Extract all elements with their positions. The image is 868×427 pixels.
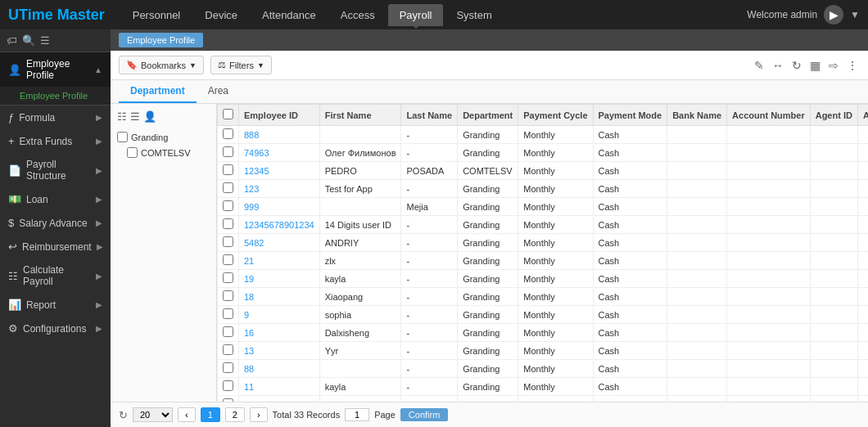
row-checkbox-13[interactable] bbox=[223, 362, 233, 373]
page-number-input[interactable] bbox=[345, 408, 369, 421]
employee-id-link-0[interactable]: 888 bbox=[244, 130, 259, 140]
tree-add-icon[interactable]: ☰ bbox=[130, 110, 140, 123]
row-checkbox-10[interactable] bbox=[223, 308, 233, 319]
row-checkbox-9[interactable] bbox=[223, 290, 233, 301]
user-avatar[interactable]: ▶ bbox=[824, 5, 843, 25]
tree-list-icon[interactable]: ☷ bbox=[117, 110, 127, 123]
tree-item-comtelsv[interactable]: COMTELSV bbox=[124, 145, 213, 160]
columns-icon[interactable]: ▦ bbox=[808, 57, 822, 74]
employee-id-link-2[interactable]: 12345 bbox=[244, 166, 269, 176]
employee-id-link-10[interactable]: 9 bbox=[244, 310, 249, 320]
dropdown-arrow[interactable]: ▼ bbox=[850, 9, 860, 20]
sidebar-item-reimbursement[interactable]: ↩ Reimbursement ▶ bbox=[0, 235, 111, 258]
row-checkbox-4[interactable] bbox=[223, 200, 233, 211]
sidebar-item-employee-profile[interactable]: 👤 Employee Profile ▲ bbox=[0, 52, 111, 87]
cell-payment-cycle-3: Monthly bbox=[518, 180, 593, 198]
page-size-select[interactable]: 20 50 100 bbox=[133, 407, 173, 422]
employee-id-link-13[interactable]: 88 bbox=[244, 364, 254, 374]
employee-id-link-7[interactable]: 21 bbox=[244, 256, 254, 266]
employee-id-link-4[interactable]: 999 bbox=[244, 202, 259, 212]
employee-id-link-5[interactable]: 12345678901234 bbox=[244, 220, 314, 230]
menu-icon[interactable]: ☰ bbox=[40, 34, 50, 47]
nav-attendance[interactable]: Attendance bbox=[251, 4, 328, 26]
employee-id-link-3[interactable]: 123 bbox=[244, 184, 259, 194]
tree-item-granding[interactable]: Granding bbox=[114, 129, 213, 145]
pagination-refresh-icon[interactable]: ↻ bbox=[119, 409, 128, 421]
nav-personnel[interactable]: Personnel bbox=[121, 4, 192, 26]
breadcrumb-tab[interactable]: Employee Profile bbox=[119, 33, 203, 47]
nav-system[interactable]: System bbox=[445, 4, 503, 26]
employee-id-link-1[interactable]: 74963 bbox=[244, 148, 269, 158]
sidebar-item-extra-funds[interactable]: + Extra Funds ▶ bbox=[0, 129, 111, 153]
sidebar-item-salary-advance[interactable]: $ Salary Advance ▶ bbox=[0, 211, 111, 235]
row-checkbox-14[interactable] bbox=[223, 380, 233, 391]
row-checkbox-6[interactable] bbox=[223, 236, 233, 247]
row-checkbox-3[interactable] bbox=[223, 182, 233, 193]
cell-first-name-15: xiaochen bbox=[319, 396, 401, 402]
bookmarks-button[interactable]: 🔖 Bookmarks ▼ bbox=[119, 56, 204, 74]
row-checkbox-col bbox=[218, 252, 239, 270]
tab-area[interactable]: Area bbox=[197, 80, 240, 103]
cell-payment-cycle-12: Monthly bbox=[518, 342, 593, 360]
header-employee-id: Employee ID bbox=[239, 105, 320, 126]
cell-payment-mode-12: Cash bbox=[593, 342, 667, 360]
tab-department[interactable]: Department bbox=[119, 80, 197, 103]
filters-button[interactable]: ⚖ Filters ▼ bbox=[210, 56, 272, 74]
confirm-button[interactable]: Confirm bbox=[400, 408, 449, 421]
cell-first-name-7: zlx bbox=[319, 252, 401, 270]
cell-bank-name-7 bbox=[667, 252, 727, 270]
sidebar-search-bar: 🏷 🔍 ☰ bbox=[0, 29, 111, 52]
table-row: 30 xiaochen - Granding Monthly Cash ✅ bbox=[218, 396, 869, 402]
cell-account-number-2 bbox=[727, 162, 811, 180]
refresh-icon[interactable]: ↻ bbox=[790, 57, 803, 74]
row-checkbox-0[interactable] bbox=[223, 128, 233, 139]
sidebar-item-report[interactable]: 📊 Report ▶ bbox=[0, 293, 111, 317]
sidebar-item-configurations[interactable]: ⚙ Configurations ▶ bbox=[0, 317, 111, 340]
employee-id-link-6[interactable]: 5482 bbox=[244, 238, 264, 248]
cell-last-name-0: - bbox=[401, 126, 458, 144]
select-all-checkbox[interactable] bbox=[223, 109, 233, 119]
sidebar-item-payroll-structure[interactable]: 📄 Payroll Structure ▶ bbox=[0, 153, 111, 187]
employee-id-link-8[interactable]: 19 bbox=[244, 274, 254, 284]
prev-page-button[interactable]: ‹ bbox=[178, 407, 196, 422]
header-payment-mode: Payment Mode bbox=[593, 105, 667, 126]
cell-department-12: Granding bbox=[458, 342, 518, 360]
search-icon[interactable]: 🔍 bbox=[22, 34, 35, 47]
tree-checkbox-comtelsv[interactable] bbox=[127, 147, 138, 158]
row-checkbox-11[interactable] bbox=[223, 326, 233, 337]
next-page-button[interactable]: › bbox=[250, 407, 268, 422]
cell-account-number-12 bbox=[727, 342, 811, 360]
employee-id-link-11[interactable]: 16 bbox=[244, 328, 254, 338]
edit-icon[interactable]: ✎ bbox=[753, 57, 766, 74]
row-checkbox-8[interactable] bbox=[223, 272, 233, 283]
row-checkbox-2[interactable] bbox=[223, 164, 233, 175]
row-checkbox-7[interactable] bbox=[223, 254, 233, 265]
more-icon[interactable]: ⋮ bbox=[845, 57, 860, 74]
employee-id-link-9[interactable]: 18 bbox=[244, 292, 254, 302]
row-checkbox-col bbox=[218, 270, 239, 288]
expand-icon[interactable]: ↔ bbox=[771, 57, 785, 74]
row-checkbox-5[interactable] bbox=[223, 218, 233, 229]
cell-payment-mode-13: Cash bbox=[593, 360, 667, 378]
nav-access[interactable]: Access bbox=[329, 4, 387, 26]
row-checkbox-1[interactable] bbox=[223, 146, 233, 157]
sidebar-item-calculate-payroll[interactable]: ☷ Calculate Payroll ▶ bbox=[0, 258, 111, 293]
employee-table-area: Employee ID First Name Last Name Departm… bbox=[217, 104, 868, 402]
pagination: ↻ 20 50 100 ‹ 1 2 › Total 33 Records Pag… bbox=[111, 402, 868, 427]
tree-person-icon[interactable]: 👤 bbox=[143, 110, 156, 123]
arrow-payroll-structure: ▶ bbox=[96, 166, 102, 175]
page-1-button[interactable]: 1 bbox=[201, 407, 220, 422]
employee-id-link-12[interactable]: 13 bbox=[244, 346, 254, 356]
cell-payment-mode-2: Cash bbox=[593, 162, 667, 180]
page-2-button[interactable]: 2 bbox=[225, 407, 245, 422]
row-checkbox-12[interactable] bbox=[223, 344, 233, 355]
sidebar-item-loan[interactable]: 💵 Loan ▶ bbox=[0, 187, 111, 211]
filter-icon: ⚖ bbox=[218, 60, 226, 70]
nav-payroll[interactable]: Payroll bbox=[388, 4, 444, 26]
share-icon[interactable]: ⇨ bbox=[827, 57, 840, 74]
sidebar-item-formula[interactable]: ƒ Formula ▶ bbox=[0, 106, 111, 129]
nav-device[interactable]: Device bbox=[193, 4, 249, 26]
sidebar-sub-item-employee-profile[interactable]: Employee Profile bbox=[0, 87, 111, 105]
tree-checkbox-granding[interactable] bbox=[117, 132, 128, 142]
employee-id-link-14[interactable]: 11 bbox=[244, 382, 254, 392]
